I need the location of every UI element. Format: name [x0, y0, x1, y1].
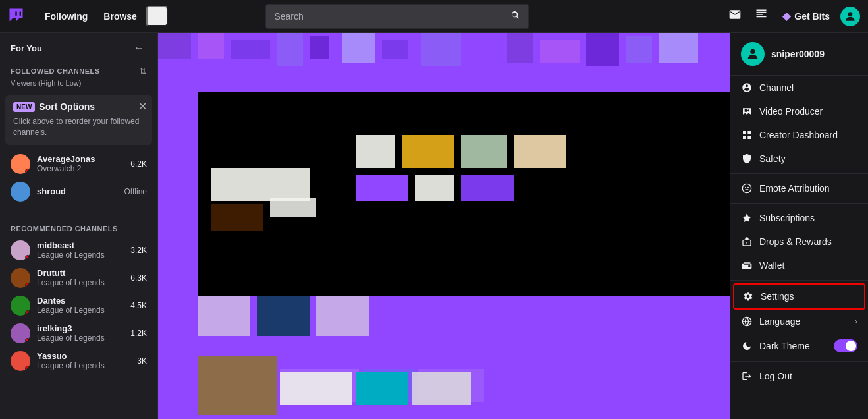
- user-avatar-button[interactable]: [840, 7, 860, 26]
- svg-rect-28: [257, 296, 310, 336]
- for-you-title: For You: [11, 43, 42, 53]
- creator-dashboard-icon: [741, 129, 753, 141]
- user-dropdown-menu: sniper00009 Channel Video Producer Creat…: [730, 33, 868, 419]
- dark-theme-icon: [741, 340, 753, 352]
- top-navigation: Following Browse ⋮ ◆ Get Bits: [0, 0, 868, 33]
- live-indicator: [25, 366, 30, 371]
- channel-info: midbeast League of Legends: [37, 240, 124, 260]
- followed-channel-item[interactable]: shroud Offline: [0, 178, 157, 206]
- subscriptions-icon: [741, 212, 753, 224]
- channel-info: Yassuo League of Legends: [37, 351, 130, 370]
- channel-game: League of Legends: [37, 333, 124, 343]
- sidebar-collapse-button[interactable]: ←: [131, 41, 147, 55]
- channel-viewers: 6.3K: [130, 273, 147, 283]
- live-indicator: [25, 255, 30, 260]
- dropdown-username: sniper00009: [771, 49, 825, 59]
- wallet-label: Wallet: [759, 260, 857, 271]
- search-input[interactable]: [266, 6, 502, 27]
- dropdown-item-subscriptions[interactable]: Subscriptions: [730, 206, 868, 230]
- dropdown-item-video-producer[interactable]: Video Producer: [730, 99, 868, 123]
- dropdown-item-wallet[interactable]: Wallet: [730, 254, 868, 277]
- activity-button[interactable]: [751, 4, 772, 28]
- get-bits-label: Get Bits: [794, 11, 830, 22]
- followed-channel-item[interactable]: AverageJonas Overwatch 2 6.2K: [0, 150, 157, 178]
- dropdown-item-language[interactable]: Language ›: [730, 310, 868, 333]
- svg-point-44: [742, 184, 751, 192]
- svg-rect-5: [277, 33, 303, 66]
- svg-rect-14: [626, 36, 652, 63]
- language-label: Language: [759, 316, 848, 327]
- svg-rect-15: [659, 33, 698, 63]
- channel-label: Channel: [759, 82, 857, 93]
- svg-rect-18: [402, 135, 454, 168]
- viewers-sort-label: Viewers (High to Low): [0, 79, 157, 92]
- channel-info: irelking3 League of Legends: [37, 323, 124, 343]
- svg-rect-17: [356, 135, 395, 168]
- browse-nav-link[interactable]: Browse: [97, 7, 144, 26]
- settings-label: Settings: [761, 291, 856, 302]
- recommended-channel-item[interactable]: irelking3 League of Legends 1.2K: [0, 320, 157, 347]
- bits-diamond-icon: ◆: [782, 10, 790, 22]
- section-divider: [0, 211, 157, 211]
- channel-viewers: 3K: [137, 356, 147, 366]
- svg-rect-23: [461, 175, 514, 201]
- svg-rect-24: [211, 168, 310, 201]
- channel-avatar: [11, 154, 30, 174]
- svg-point-46: [747, 187, 749, 188]
- svg-rect-20: [514, 135, 566, 168]
- dropdown-item-creator-dashboard[interactable]: Creator Dashboard: [730, 123, 868, 147]
- dropdown-item-safety[interactable]: Safety: [730, 147, 868, 171]
- language-arrow-icon: ›: [855, 317, 857, 326]
- live-indicator: [25, 310, 30, 316]
- twitch-logo[interactable]: [8, 7, 28, 26]
- emote-attribution-icon: [741, 182, 753, 194]
- sort-options-description: Click above to reorder your followed cha…: [13, 116, 144, 138]
- svg-rect-36: [280, 372, 352, 405]
- svg-rect-37: [356, 372, 408, 405]
- safety-label: Safety: [759, 154, 857, 164]
- recommended-channel-item[interactable]: Yassuo League of Legends 3K: [0, 347, 157, 375]
- recommended-channel-item[interactable]: Drututt League of Legends 6.3K: [0, 264, 157, 292]
- more-nav-button[interactable]: ⋮: [146, 6, 168, 26]
- drops-rewards-label: Drops & Rewards: [759, 237, 857, 247]
- sort-close-button[interactable]: ✕: [138, 100, 147, 113]
- channel-game: League of Legends: [37, 361, 130, 370]
- following-nav-link[interactable]: Following: [38, 7, 94, 26]
- svg-rect-11: [507, 33, 533, 63]
- dropdown-item-dark-theme[interactable]: Dark Theme: [730, 333, 868, 358]
- dropdown-item-settings[interactable]: Settings: [733, 283, 865, 310]
- dropdown-user-section: sniper00009: [730, 33, 868, 76]
- svg-rect-29: [316, 296, 369, 336]
- channel-avatar: [11, 296, 30, 316]
- dropdown-user-avatar: [741, 42, 765, 66]
- channel-icon: [741, 82, 753, 94]
- channel-game: League of Legends: [37, 250, 124, 260]
- dark-theme-toggle[interactable]: [834, 339, 857, 352]
- live-indicator: [25, 338, 30, 343]
- recommended-channel-item[interactable]: Dantes League of Legends 4.5K: [0, 292, 157, 320]
- dropdown-item-emote-attribution[interactable]: Emote Attribution: [730, 177, 868, 200]
- dropdown-item-channel[interactable]: Channel: [730, 76, 868, 99]
- inbox-button[interactable]: [724, 4, 746, 28]
- svg-point-39: [750, 49, 755, 54]
- svg-rect-42: [743, 136, 746, 139]
- recommended-channels-label: RECOMMENDED CHANNELS: [11, 225, 118, 233]
- sort-button[interactable]: ⇅: [139, 66, 147, 76]
- sidebar-header: For You ←: [0, 33, 157, 61]
- sidebar: For You ← FOLLOWED CHANNELS ⇅ Viewers (H…: [0, 33, 158, 419]
- recommended-channels-header: RECOMMENDED CHANNELS: [0, 217, 157, 237]
- svg-rect-3: [198, 33, 224, 59]
- subscriptions-label: Subscriptions: [759, 213, 857, 223]
- search-button[interactable]: [502, 5, 528, 28]
- get-bits-button[interactable]: ◆ Get Bits: [777, 6, 835, 26]
- channel-viewers: 4.5K: [130, 301, 147, 310]
- recommended-channel-item[interactable]: midbeast League of Legends 3.2K: [0, 237, 157, 264]
- channel-viewers: 1.2K: [130, 329, 147, 338]
- channel-name: Drututt: [37, 268, 124, 278]
- channel-name: irelking3: [37, 323, 124, 333]
- dropdown-item-drops-rewards[interactable]: Drops & Rewards: [730, 230, 868, 254]
- channel-info: Dantes League of Legends: [37, 296, 124, 315]
- language-icon: [741, 316, 753, 327]
- dropdown-item-logout[interactable]: Log Out: [730, 364, 868, 388]
- drops-rewards-icon: [741, 236, 753, 248]
